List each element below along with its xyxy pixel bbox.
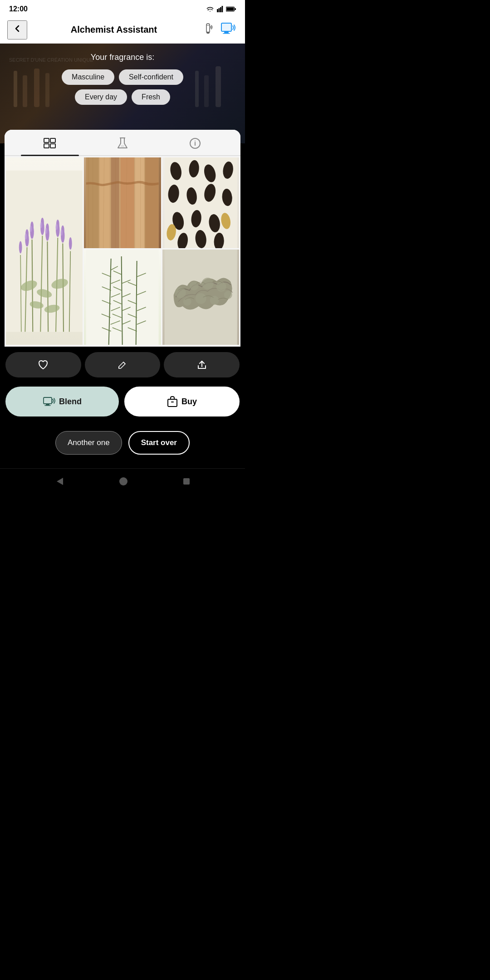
svg-point-128 — [183, 298, 191, 306]
blend-icon — [43, 396, 55, 407]
svg-rect-68 — [145, 157, 159, 248]
svg-rect-65 — [111, 157, 119, 248]
bag-icon — [167, 396, 178, 407]
botanical-lavender-cell — [6, 157, 83, 345]
buy-button[interactable]: Buy — [124, 387, 240, 416]
tab-info[interactable]: i — [159, 130, 231, 155]
another-one-label: Another one — [68, 438, 110, 447]
nav-recents-button[interactable] — [181, 476, 192, 487]
blend-button[interactable]: Blend — [5, 387, 119, 416]
svg-rect-178 — [183, 478, 190, 485]
svg-rect-1 — [219, 8, 220, 12]
card-panel: i — [5, 130, 240, 347]
blend-label: Blend — [59, 397, 82, 407]
grid-icon — [44, 138, 56, 149]
edit-button[interactable] — [85, 352, 161, 377]
svg-rect-6 — [226, 8, 234, 11]
svg-rect-2 — [220, 7, 221, 12]
svg-point-127 — [216, 282, 226, 292]
svg-marker-176 — [57, 478, 63, 485]
seeds-svg — [162, 157, 239, 248]
svg-point-126 — [201, 278, 213, 289]
svg-point-130 — [210, 296, 219, 305]
svg-rect-28 — [6, 171, 83, 332]
share-button[interactable] — [164, 352, 240, 377]
svg-rect-173 — [44, 405, 51, 406]
status-icons — [206, 6, 236, 12]
signal-icon — [217, 6, 223, 12]
nav-back-icon — [53, 475, 66, 488]
svg-rect-0 — [217, 9, 218, 12]
bottom-option-row: Another one Start over — [0, 424, 245, 468]
svg-point-131 — [224, 291, 232, 299]
tag-fresh: Fresh — [132, 89, 170, 105]
svg-point-54 — [45, 228, 47, 234]
start-over-label: Start over — [141, 438, 177, 447]
pen-device-button[interactable] — [201, 22, 215, 38]
cta-row: Blend Buy — [0, 383, 245, 424]
svg-rect-5 — [235, 8, 236, 10]
pen-device-icon — [201, 23, 214, 35]
tag-everyday: Every day — [75, 89, 127, 105]
svg-point-177 — [119, 477, 127, 485]
rosemary-svg — [84, 250, 161, 345]
nav-actions — [201, 21, 238, 39]
svg-rect-21 — [50, 138, 55, 142]
svg-rect-171 — [44, 397, 52, 404]
like-button[interactable] — [5, 352, 81, 377]
nav-back-button[interactable] — [53, 475, 66, 488]
buy-label: Buy — [181, 397, 197, 407]
svg-rect-11 — [223, 33, 230, 34]
svg-rect-174 — [168, 399, 177, 407]
svg-point-125 — [189, 281, 198, 290]
back-button[interactable] — [7, 20, 27, 39]
tag-self-confident: Self-confident — [119, 69, 183, 85]
tag-masculine: Masculine — [62, 69, 114, 85]
pencil-icon — [117, 359, 128, 370]
hero-text-overlay: Your fragrance is: Masculine Self-confid… — [0, 44, 245, 143]
lavender-svg — [6, 157, 83, 345]
svg-point-53 — [40, 222, 42, 228]
tab-grid[interactable] — [14, 130, 86, 155]
share-icon — [196, 359, 207, 370]
botanical-wood-cell — [84, 157, 161, 248]
botanical-rosemary-cell — [84, 250, 161, 345]
svg-rect-23 — [50, 144, 55, 148]
start-over-button[interactable]: Start over — [128, 431, 190, 455]
svg-point-129 — [195, 293, 206, 304]
svg-rect-9 — [221, 23, 231, 31]
another-one-button[interactable]: Another one — [55, 431, 122, 455]
botanical-moss-cell — [162, 250, 239, 345]
nav-home-button[interactable] — [118, 476, 129, 487]
botanical-seeds-cell — [162, 157, 239, 248]
svg-rect-67 — [135, 157, 144, 248]
moss-svg — [162, 250, 239, 345]
nav-home-icon — [118, 476, 129, 487]
svg-rect-22 — [44, 144, 49, 148]
android-nav — [0, 468, 245, 497]
tab-formula[interactable] — [86, 130, 159, 155]
svg-rect-20 — [44, 138, 49, 142]
svg-point-25 — [121, 145, 124, 147]
status-bar: 12:00 — [0, 0, 245, 16]
image-grid — [5, 156, 240, 347]
svg-point-50 — [69, 237, 72, 250]
tags-row-1: Masculine Self-confident — [62, 69, 183, 85]
monitor-device-icon — [220, 22, 237, 36]
svg-rect-172 — [46, 404, 49, 405]
svg-rect-3 — [222, 6, 223, 12]
heart-icon — [37, 359, 49, 370]
page-title: Alchemist Assistant — [71, 24, 157, 35]
top-nav: Alchemist Assistant — [0, 16, 245, 44]
hero-area: SECRET D'UNE CRÉATION UNIQUE Your fragra… — [0, 44, 245, 143]
svg-rect-63 — [86, 157, 99, 248]
svg-text:i: i — [194, 140, 196, 147]
monitor-device-button[interactable] — [220, 21, 238, 39]
svg-rect-64 — [100, 157, 110, 248]
status-time: 12:00 — [9, 5, 28, 13]
svg-point-56 — [60, 230, 63, 236]
nav-recents-icon — [181, 476, 192, 487]
svg-rect-66 — [121, 157, 134, 248]
svg-rect-175 — [171, 402, 174, 402]
tab-bar: i — [5, 130, 240, 156]
